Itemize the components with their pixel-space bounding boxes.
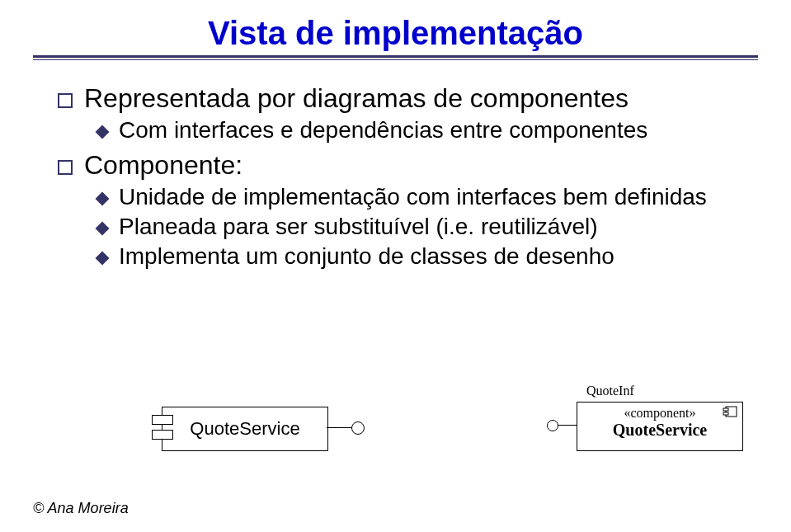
uml-component-stereotype: QuoteInf «component» QuoteService <box>527 384 758 466</box>
bullet-level1: Representada por diagramas de componente… <box>58 83 742 114</box>
square-bullet-icon <box>58 93 73 108</box>
square-bullet-icon <box>58 160 73 175</box>
uml-diagrams: QuoteService QuoteInf «component» QuoteS… <box>0 375 791 491</box>
bullet-level2: Com interfaces e dependências entre comp… <box>97 117 742 144</box>
interface-line <box>558 425 577 426</box>
stereotype-label: «component» <box>577 406 742 421</box>
bullet-text: Com interfaces e dependências entre comp… <box>119 117 647 144</box>
bullet-text: Planeada para ser substituível (i.e. reu… <box>119 214 598 240</box>
bullet-text: Representada por diagramas de componente… <box>84 83 629 114</box>
interface-line <box>327 427 351 428</box>
uml-component-classic: QuoteService <box>140 400 388 466</box>
component-lug-icon <box>152 415 173 425</box>
component-box: «component» QuoteService <box>577 402 743 451</box>
footer-author: © Ana Moreira <box>33 500 129 517</box>
interface-label: QuoteInf <box>586 384 634 398</box>
slide-title: Vista de implementação <box>33 15 758 52</box>
bullet-text: Componente: <box>84 150 242 181</box>
diamond-bullet-icon <box>96 222 110 236</box>
slide-content: Representada por diagramas de componente… <box>33 60 758 270</box>
diamond-bullet-icon <box>96 192 110 206</box>
bullet-level2: Planeada para ser substituível (i.e. reu… <box>97 214 742 240</box>
bullet-level2: Implementa um conjunto de classes de des… <box>97 243 742 270</box>
slide: Vista de implementação Representada por … <box>0 0 791 270</box>
interface-lollipop-icon <box>547 420 558 431</box>
bullet-level1: Componente: <box>58 150 742 181</box>
component-name: QuoteService <box>577 421 742 440</box>
component-lug-icon <box>152 430 173 440</box>
component-name: QuoteService <box>190 418 299 440</box>
component-box: QuoteService <box>162 407 328 451</box>
bullet-text: Unidade de implementação com interfaces … <box>119 184 707 210</box>
diamond-bullet-icon <box>96 125 110 139</box>
interface-lollipop-icon <box>351 421 365 435</box>
svg-rect-1 <box>723 408 728 411</box>
diamond-bullet-icon <box>96 252 110 266</box>
svg-rect-2 <box>723 412 728 415</box>
bullet-text: Implementa um conjunto de classes de des… <box>119 243 614 270</box>
component-icon <box>723 406 737 417</box>
bullet-level2: Unidade de implementação com interfaces … <box>97 184 742 210</box>
